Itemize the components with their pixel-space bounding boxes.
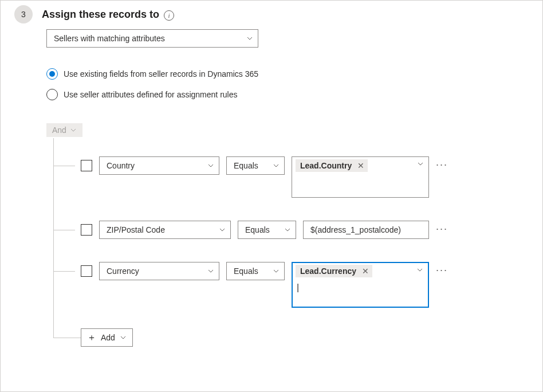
remove-tag-icon[interactable]: ✕	[357, 161, 364, 170]
operator-value: Equals	[234, 266, 258, 276]
field-dropdown[interactable]: ZIP/Postal Code	[99, 221, 231, 239]
info-icon[interactable]: i	[164, 10, 174, 21]
row-more-menu[interactable]: ···	[436, 221, 448, 235]
row-more-menu[interactable]: ···	[436, 262, 448, 276]
value-text: $(address_1_postalcode)	[310, 225, 401, 234]
title-wrap: Assign these records to i	[42, 9, 174, 21]
value-input-focused[interactable]: Lead.Currency ✕ |	[292, 262, 429, 308]
operator-value: Equals	[234, 161, 258, 170]
chevron-down-icon	[284, 226, 291, 233]
add-row: ＋ Add	[46, 328, 529, 347]
assign-to-dropdown[interactable]: Sellers with matching attributes	[46, 29, 258, 48]
text-cursor: |	[296, 283, 299, 292]
chevron-down-icon	[219, 226, 226, 233]
field-dropdown[interactable]: Country	[99, 156, 219, 175]
add-condition-button[interactable]: ＋ Add	[81, 328, 133, 347]
group-operator-dropdown[interactable]: And	[46, 123, 82, 137]
radio-group: Use existing fields from seller records …	[46, 68, 529, 100]
radio-label: Use existing fields from seller records …	[64, 69, 258, 79]
tree-connector	[53, 166, 75, 166]
chevron-down-icon	[207, 162, 214, 169]
row-checkbox[interactable]	[81, 265, 92, 277]
field-value: Currency	[107, 266, 139, 276]
operator-dropdown[interactable]: Equals	[226, 156, 285, 175]
field-dropdown[interactable]: Currency	[99, 262, 219, 280]
chevron-down-icon	[416, 266, 423, 273]
chevron-down-icon	[70, 127, 77, 134]
radio-indicator-icon	[46, 89, 58, 100]
step-header: 3 Assign these records to i	[14, 5, 529, 23]
condition-row: Currency Equals Lead.Currency ✕	[46, 262, 529, 308]
radio-indicator-icon	[46, 68, 58, 80]
radio-existing-fields[interactable]: Use existing fields from seller records …	[46, 68, 529, 80]
value-tag-text: Lead.Country	[300, 161, 352, 170]
condition-builder: And Country Equals	[46, 123, 529, 347]
plus-icon: ＋	[87, 332, 96, 344]
chevron-down-icon	[246, 35, 253, 42]
value-tag: Lead.Currency ✕	[296, 265, 372, 277]
chevron-down-icon	[417, 160, 424, 167]
value-input[interactable]: $(address_1_postalcode)	[303, 221, 429, 239]
value-tag: Lead.Country ✕	[296, 159, 368, 172]
condition-tree: And Country Equals	[46, 123, 529, 347]
field-value: Country	[107, 161, 135, 170]
step-number-badge: 3	[14, 5, 33, 23]
section-content: Sellers with matching attributes Use exi…	[46, 23, 529, 347]
radio-seller-attributes[interactable]: Use seller attributes defined for assign…	[46, 89, 529, 100]
assign-to-value: Sellers with matching attributes	[54, 34, 165, 43]
section-title: Assign these records to	[42, 9, 159, 20]
value-input[interactable]: Lead.Country ✕	[292, 156, 429, 198]
tree-connector	[53, 230, 75, 230]
assignment-step-panel: 3 Assign these records to i Sellers with…	[0, 0, 543, 392]
value-tag-text: Lead.Currency	[300, 266, 356, 276]
chevron-down-icon	[273, 268, 280, 275]
tree-connector	[53, 338, 81, 338]
group-operator-label: And	[52, 126, 66, 135]
row-more-menu[interactable]: ···	[436, 156, 448, 171]
row-checkbox[interactable]	[81, 160, 92, 171]
field-value: ZIP/Postal Code	[107, 225, 165, 234]
operator-dropdown[interactable]: Equals	[238, 221, 296, 239]
radio-label: Use seller attributes defined for assign…	[64, 90, 237, 99]
operator-value: Equals	[245, 225, 270, 234]
add-label: Add	[101, 333, 115, 342]
row-checkbox[interactable]	[81, 224, 92, 236]
remove-tag-icon[interactable]: ✕	[362, 266, 369, 276]
chevron-down-icon	[273, 162, 280, 169]
condition-row: ZIP/Postal Code Equals $(address_1_posta…	[46, 221, 529, 239]
chevron-down-icon	[120, 334, 127, 341]
condition-row: Country Equals Lead.Country ✕	[46, 156, 529, 198]
operator-dropdown[interactable]: Equals	[226, 262, 285, 280]
chevron-down-icon	[207, 268, 214, 275]
tree-connector	[53, 271, 75, 272]
